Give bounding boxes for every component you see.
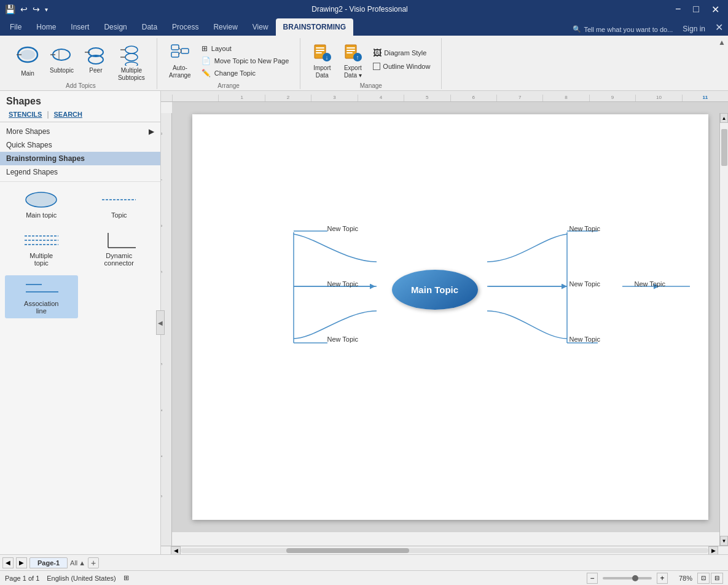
quick-shapes-label: Quick Shapes: [6, 141, 52, 149]
main-btn-label: Main: [21, 70, 34, 77]
stencils-tab[interactable]: STENCILS: [6, 109, 44, 119]
svg-point-3: [53, 49, 70, 60]
zoom-level: 78%: [673, 575, 692, 582]
page-nav-right-btn[interactable]: ▶: [16, 557, 27, 568]
manage-group: ↓ ImportData ↑ ExportData ▾ 🖼 Diagram St…: [300, 38, 442, 89]
page-canvas[interactable]: Main Topic New Topic New Topic New Topic…: [192, 114, 708, 520]
multiple-topic-shape[interactable]: Multipletopic: [5, 227, 78, 270]
ribbon-collapse-btn[interactable]: ▲: [718, 38, 726, 47]
tab-file[interactable]: File: [2, 18, 29, 36]
change-topic-btn[interactable]: ✏️ Change Topic: [198, 68, 292, 79]
ruler-v-tick-8: 8: [161, 133, 163, 135]
peer-btn[interactable]: Peer: [80, 41, 111, 77]
page-tabs-bar: ◀ ▶ Page-1 All ▲ +: [0, 554, 728, 570]
quick-shapes-item[interactable]: Quick Shapes: [0, 138, 160, 152]
shape-grid: Main topic Topic: [5, 187, 155, 318]
horizontal-scrollbar[interactable]: ◀ ▶: [161, 546, 728, 554]
ruler-tick-2: 2: [265, 95, 311, 101]
hscroll-thumb[interactable]: [286, 548, 409, 553]
tab-review[interactable]: Review: [206, 18, 245, 36]
zoom-slider-thumb[interactable]: [632, 575, 638, 581]
vertical-scrollbar[interactable]: ▲ ▼: [719, 113, 728, 546]
add-page-btn[interactable]: +: [88, 557, 99, 568]
ribbon-close-btn[interactable]: ✕: [710, 19, 728, 36]
vscroll-thumb[interactable]: [721, 129, 727, 166]
import-data-btn[interactable]: ↓ ImportData: [308, 41, 336, 77]
import-label: ImportData: [313, 65, 331, 79]
main-area: Shapes STENCILS | SEARCH More Shapes ▶ Q…: [0, 91, 728, 554]
page-icon[interactable]: ⊞: [123, 574, 129, 582]
search-tab[interactable]: SEARCH: [52, 109, 85, 119]
zoom-out-btn[interactable]: −: [587, 573, 598, 584]
outline-window-item[interactable]: Outline Window: [369, 61, 434, 71]
tab-brainstorming[interactable]: BRAINSTORMING: [276, 18, 353, 36]
sign-in-btn[interactable]: Sign in: [678, 22, 710, 36]
status-bar: Page 1 of 1 English (United States) ⊞ − …: [0, 570, 728, 585]
association-line-shape[interactable]: Associationline: [5, 275, 78, 318]
main-icon: [17, 44, 39, 70]
export-icon: ↑: [343, 44, 362, 65]
ribbon-tabs: File Home Insert Design Data Process Rev…: [0, 18, 728, 36]
canvas-background: Main Topic New Topic New Topic New Topic…: [172, 102, 728, 532]
collapse-panel-btn[interactable]: ◀: [156, 310, 165, 335]
subtopic-icon: [50, 44, 72, 67]
shapes-title: Shapes: [6, 96, 154, 107]
ribbon: Main Subtopic Peer MultipleSubtopics: [0, 36, 728, 91]
topic-shape[interactable]: Topic: [83, 187, 156, 222]
diagram-style-item[interactable]: 🖼 Diagram Style: [369, 47, 434, 59]
zoom-slider[interactable]: [603, 577, 652, 579]
main-topic-shape[interactable]: Main topic: [5, 187, 78, 222]
ruler-tick-10: 10: [635, 95, 681, 101]
scroll-left-btn[interactable]: ◀: [171, 546, 181, 555]
page-nav-left-btn[interactable]: ◀: [2, 557, 14, 568]
tab-home[interactable]: Home: [29, 18, 63, 36]
svg-text:↑: ↑: [356, 54, 359, 61]
ruler-h-content: 1 2 3 4 5 6 7 8 9 10 11: [172, 95, 728, 101]
add-topics-group: Main Subtopic Peer MultipleSubtopics: [5, 38, 157, 89]
auto-arrange-btn[interactable]: Auto-Arrange: [165, 41, 195, 77]
dynamic-connector-shape[interactable]: Dynamicconnector: [83, 227, 156, 270]
legend-shapes-item[interactable]: Legend Shapes: [0, 165, 160, 179]
tab-data[interactable]: Data: [135, 18, 165, 36]
subtopic-btn[interactable]: Subtopic: [45, 41, 78, 77]
maximize-btn[interactable]: □: [689, 2, 703, 16]
ruler-tick-7: 7: [496, 95, 542, 101]
scroll-right-btn[interactable]: ▶: [708, 546, 718, 555]
scroll-down-btn[interactable]: ▼: [720, 536, 728, 546]
layout-icon: ⊞: [202, 44, 208, 53]
tab-view[interactable]: View: [245, 18, 276, 36]
ruler-tick-1: 1: [218, 95, 264, 101]
diagram-style-label: Diagram Style: [384, 49, 426, 57]
more-shapes-item[interactable]: More Shapes ▶: [0, 125, 160, 138]
multiple-subtopics-btn[interactable]: MultipleSubtopics: [114, 41, 149, 77]
close-btn[interactable]: ✕: [708, 2, 723, 17]
brainstorming-shapes-item[interactable]: Brainstorming Shapes: [0, 152, 160, 165]
redo-icon[interactable]: ↪: [33, 4, 40, 14]
layout-btn[interactable]: ⊞ Layout: [198, 43, 292, 54]
canvas-scroll[interactable]: Main Topic New Topic New Topic New Topic…: [172, 102, 728, 546]
page-tab-1[interactable]: Page-1: [29, 557, 68, 568]
fit-page-btn[interactable]: ⊡: [697, 573, 710, 584]
main-topic-ellipse[interactable]: Main Topic: [392, 270, 478, 310]
ruler-tick-11: 11: [682, 95, 728, 101]
topic-far-right: New Topic: [635, 280, 666, 288]
tab-insert[interactable]: Insert: [63, 18, 96, 36]
zoom-in-btn[interactable]: +: [657, 573, 668, 584]
all-pages-label: All: [70, 559, 77, 567]
svg-rect-16: [181, 49, 189, 53]
main-btn[interactable]: Main: [12, 41, 43, 77]
manage-label: Manage: [308, 81, 434, 89]
scroll-up-btn[interactable]: ▲: [720, 113, 728, 123]
search-icon: 🔍: [573, 25, 581, 33]
undo-icon[interactable]: ↩: [20, 4, 28, 14]
shapes-header: Shapes STENCILS | SEARCH: [0, 91, 160, 122]
tell-me-box[interactable]: 🔍 Tell me what you want to do...: [568, 23, 678, 36]
save-icon[interactable]: 💾: [5, 4, 15, 14]
move-topic-btn[interactable]: 📄 Move Topic to New Page: [198, 55, 292, 66]
export-data-btn[interactable]: ↑ ExportData ▾: [339, 41, 367, 77]
fit-width-btn[interactable]: ⊟: [711, 573, 723, 584]
tab-design[interactable]: Design: [96, 18, 134, 36]
tab-process[interactable]: Process: [165, 18, 206, 36]
minimize-btn[interactable]: −: [671, 2, 684, 16]
all-pages-btn[interactable]: All ▲: [70, 559, 85, 567]
